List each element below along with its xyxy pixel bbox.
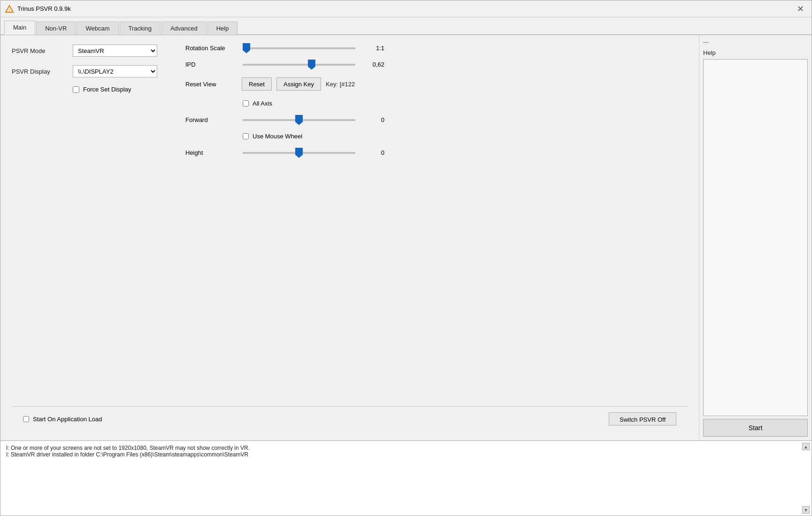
right-controls: Rotation Scale 1:1 IPD 0: [185, 45, 688, 156]
app-icon: !: [5, 5, 14, 13]
psvr-mode-row: PSVR Mode SteamVR: [12, 45, 157, 57]
ipd-slider-container: [243, 64, 355, 66]
dash-label: ---: [703, 39, 808, 46]
force-set-display-row: Force Set Display: [73, 86, 157, 93]
psvr-mode-label: PSVR Mode: [12, 47, 68, 54]
height-label: Height: [185, 149, 237, 156]
use-mouse-wheel-row: Use Mouse Wheel: [243, 133, 688, 140]
tab-non-vr[interactable]: Non-VR: [36, 22, 76, 35]
start-on-load-checkbox[interactable]: [23, 416, 29, 422]
ipd-value: 0,62: [361, 61, 384, 68]
rotation-scale-slider-container: [243, 47, 355, 49]
main-content: PSVR Mode SteamVR PSVR Display \\.\DISPL…: [0, 35, 812, 440]
log-line-2: I: SteamVR driver installed in folder C:…: [6, 451, 806, 458]
bottom-section: Start On Application Load Switch PSVR Of…: [12, 406, 688, 431]
scroll-up-arrow[interactable]: ▲: [802, 443, 810, 450]
ipd-label: IPD: [185, 61, 237, 68]
rotation-scale-row: Rotation Scale 1:1: [185, 45, 688, 52]
all-axis-label: All Axis: [253, 100, 272, 107]
forward-slider[interactable]: [243, 119, 355, 121]
log-area: I: One or more of your screens are not s…: [0, 440, 812, 516]
force-set-display-label: Force Set Display: [83, 86, 131, 93]
psvr-mode-select[interactable]: SteamVR: [73, 45, 157, 57]
forward-slider-container: [243, 119, 355, 121]
tab-advanced[interactable]: Advanced: [161, 22, 207, 35]
psvr-display-row: PSVR Display \\.\DISPLAY2: [12, 65, 157, 77]
tab-bar: Main Non-VR Webcam Tracking Advanced Hel…: [0, 17, 812, 35]
reset-button[interactable]: Reset: [242, 77, 272, 91]
ipd-slider[interactable]: [243, 64, 355, 66]
title-bar-left: ! Trinus PSVR 0.9.9k: [5, 5, 71, 13]
tab-webcam[interactable]: Webcam: [77, 22, 118, 35]
all-axis-row: All Axis: [243, 100, 688, 107]
forward-label: Forward: [185, 116, 237, 123]
title-bar: ! Trinus PSVR 0.9.9k ✕: [0, 0, 812, 17]
log-line-1: I: One or more of your screens are not s…: [6, 445, 806, 451]
height-slider-container: [243, 152, 355, 154]
use-mouse-wheel-checkbox[interactable]: [243, 133, 249, 139]
close-button[interactable]: ✕: [794, 4, 807, 14]
start-button[interactable]: Start: [703, 419, 808, 437]
right-panel: --- Help Start: [699, 35, 812, 440]
app-window: ! Trinus PSVR 0.9.9k ✕ Main Non-VR Webca…: [0, 0, 812, 516]
form-section: PSVR Mode SteamVR PSVR Display \\.\DISPL…: [12, 45, 688, 406]
height-row: Height 0: [185, 149, 688, 156]
assign-key-button[interactable]: Assign Key: [276, 77, 321, 91]
all-axis-checkbox[interactable]: [243, 100, 249, 106]
reset-view-row: Reset View Reset Assign Key Key: [#122: [185, 77, 688, 91]
svg-text:!: !: [9, 8, 10, 13]
height-slider[interactable]: [243, 152, 355, 154]
switch-psvr-off-button[interactable]: Switch PSVR Off: [609, 412, 676, 425]
key-text: Key: [#122: [326, 81, 355, 88]
help-label: Help: [703, 49, 808, 56]
rotation-scale-slider[interactable]: [243, 47, 355, 49]
left-panel: PSVR Mode SteamVR PSVR Display \\.\DISPL…: [0, 35, 699, 440]
tab-main[interactable]: Main: [4, 21, 35, 35]
force-set-display-checkbox[interactable]: [73, 86, 79, 93]
ipd-row: IPD 0,62: [185, 61, 688, 68]
tab-help[interactable]: Help: [207, 22, 238, 35]
rotation-scale-value: 1:1: [361, 45, 384, 52]
start-on-load-label: Start On Application Load: [33, 416, 102, 423]
start-on-load-row: Start On Application Load: [23, 416, 102, 423]
log-scrollbar: ▲ ▼: [802, 443, 810, 514]
scroll-down-arrow[interactable]: ▼: [802, 506, 810, 514]
height-value: 0: [361, 149, 384, 156]
tab-tracking[interactable]: Tracking: [120, 22, 161, 35]
forward-row: Forward 0: [185, 116, 688, 123]
app-title: Trinus PSVR 0.9.9k: [17, 5, 71, 12]
psvr-display-select[interactable]: \\.\DISPLAY2: [73, 65, 157, 77]
reset-view-label: Reset View: [185, 81, 237, 88]
use-mouse-wheel-label: Use Mouse Wheel: [253, 133, 302, 140]
rotation-scale-label: Rotation Scale: [185, 45, 237, 52]
left-form: PSVR Mode SteamVR PSVR Display \\.\DISPL…: [12, 45, 157, 156]
psvr-display-label: PSVR Display: [12, 68, 68, 75]
forward-value: 0: [361, 116, 384, 123]
help-box: [703, 59, 808, 416]
